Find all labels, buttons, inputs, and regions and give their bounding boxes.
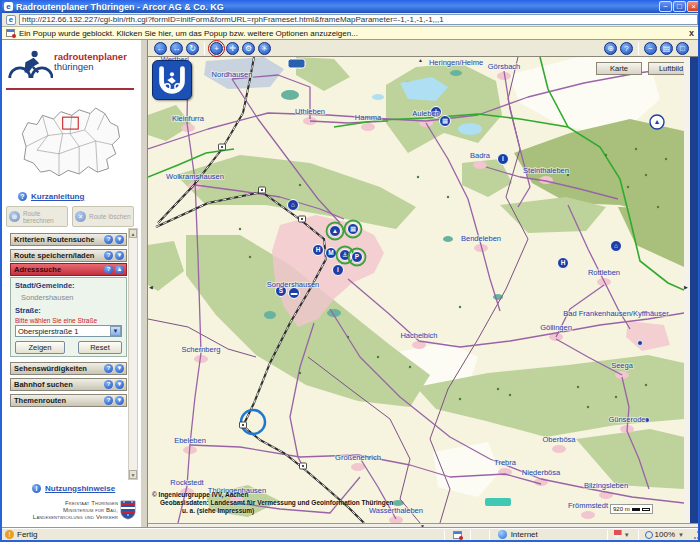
pan-left-icon[interactable]: ◀ (149, 285, 153, 290)
scroll-down-icon[interactable]: ▼ (129, 470, 137, 479)
railway-station-icon[interactable] (300, 463, 307, 469)
minimize-view-icon[interactable]: − (644, 42, 657, 55)
zoom-dropdown-icon[interactable]: ▼ (678, 532, 684, 538)
url-text: http://212.66.132.227/cgi-bin/rth.cgi?fo… (22, 15, 444, 24)
toolbar-separator (204, 42, 205, 55)
forest-dot (657, 206, 659, 208)
poi-icon-kyffhaeuser-monument[interactable]: ▲ (650, 115, 664, 129)
accordion-header-kriterien-routensuche[interactable]: Kriterien Routensuche?▼ (10, 233, 127, 246)
map-place-label: Großenehrich (335, 453, 381, 462)
accordion-header-bahnhof-suchen[interactable]: Bahnhof suchen?▼ (10, 378, 127, 391)
forest-dot (645, 174, 647, 176)
scale-segment (632, 508, 640, 511)
scroll-up-icon[interactable]: ▲ (129, 229, 137, 238)
maximize-view-icon[interactable]: □ (676, 42, 689, 55)
print-icon[interactable]: ▤ (660, 42, 673, 55)
section-help-icon[interactable]: ? (104, 380, 113, 389)
radroutenplaner-logo-icon (7, 46, 53, 84)
section-help-icon[interactable]: ? (104, 251, 113, 260)
railway-station-icon[interactable] (219, 144, 226, 150)
chevron-down-icon[interactable]: ▼ (115, 251, 124, 260)
quick-guide-link[interactable]: ? Kurzanleitung (18, 192, 84, 201)
popup-blocked-bar[interactable]: Ein Popup wurde geblockt. Klicken Sie hi… (2, 27, 700, 40)
popup-bar-close-icon[interactable]: x (685, 28, 698, 38)
poi-icon-museum[interactable]: ▦ (345, 221, 362, 238)
thueringen-coat-of-arms (120, 500, 136, 520)
section-help-icon[interactable]: ? (104, 364, 113, 373)
poi-icon-hotel[interactable]: H (313, 245, 324, 256)
ministry-text: Freistaat Thüringen Ministerium für Bau,… (4, 500, 118, 521)
frame-splitter[interactable] (140, 40, 148, 528)
minimize-button[interactable]: − (659, 1, 672, 12)
poi-icon-museum-north[interactable]: ▦ (440, 116, 451, 127)
poi-icon-hotel-goellingen[interactable]: H (558, 258, 569, 269)
railway-station-icon[interactable] (259, 187, 266, 193)
thueringen-overview-map[interactable] (15, 96, 125, 186)
forest-dot (447, 196, 449, 198)
railway-station-icon[interactable] (299, 216, 306, 222)
pan-right-icon[interactable]: ▶ (684, 285, 688, 290)
reset-button[interactable]: Reset (78, 341, 122, 354)
route-clear-button[interactable]: × Route löschen (72, 206, 134, 227)
usage-notes-link[interactable]: i Nutzungshinweise (32, 484, 115, 493)
phishing-filter-icon[interactable] (614, 530, 622, 540)
chevron-up-icon[interactable]: ▲ (115, 265, 124, 274)
route-compute-button[interactable]: ⊕ Route berechnen (6, 206, 68, 227)
map-view-button[interactable]: Karte (596, 62, 642, 75)
url-input[interactable]: http://212.66.132.227/cgi-bin/rth.cgi?fo… (19, 14, 698, 25)
globe-icon[interactable]: ⊕ (604, 42, 617, 55)
window-title: Radroutenplaner Thüringen - Arcor AG & C… (16, 2, 658, 12)
map-place-label: Görsbach (488, 62, 521, 71)
maximize-button[interactable]: □ (673, 1, 686, 12)
chevron-down-icon[interactable]: ▼ (115, 235, 124, 244)
nav-extent-icon[interactable]: ↔ (170, 42, 183, 55)
map-place-label: Kleinfurra (172, 114, 205, 123)
map-corner-logo (152, 60, 192, 100)
forest-dot (645, 384, 647, 386)
chevron-down-icon[interactable]: ▼ (115, 364, 124, 373)
poi-icon-campsite[interactable]: ▲ (327, 223, 344, 240)
forest-dot (497, 388, 499, 390)
phishing-dropdown-icon[interactable]: ▼ (624, 532, 630, 538)
map-place-label: Uthleben (295, 107, 325, 116)
aerial-view-button[interactable]: Luftbild (648, 62, 684, 75)
accordion-header-route-speichern-laden[interactable]: Route speichern/laden?▼ (10, 249, 127, 262)
poi-icon-rest-area[interactable]: ▬ (289, 288, 300, 299)
section-help-icon[interactable]: ? (104, 235, 113, 244)
village-area (581, 511, 595, 519)
status-zoom-level[interactable]: 100% (655, 530, 675, 539)
poi-icon-memorial[interactable]: M (326, 248, 337, 259)
help-icon[interactable]: ? (620, 42, 633, 55)
chevron-down-icon[interactable]: ▼ (110, 326, 121, 336)
railway-station-icon[interactable] (240, 422, 247, 428)
nav-back-icon[interactable]: ← (154, 42, 167, 55)
poi-icon-shelter[interactable]: ⌂ (288, 200, 299, 211)
accordion-header-sehensw-rdigkeiten[interactable]: Sehenswürdigkeiten?▼ (10, 362, 127, 375)
section-help-icon[interactable]: ? (104, 265, 113, 274)
poi-icon-info-badra[interactable]: i (498, 154, 509, 165)
map-canvas[interactable]: ⌂▲▦HM⚓PiS▬⚓▦i▲⌂H WertherNordhausenUthleb… (148, 57, 684, 523)
chevron-down-icon[interactable]: ▼ (115, 380, 124, 389)
chevron-down-icon[interactable]: ▼ (115, 396, 124, 405)
section-help-icon[interactable]: ? (104, 396, 113, 405)
poi-icon-poi-seega[interactable] (638, 341, 643, 346)
village-area (361, 123, 375, 131)
show-button[interactable]: Zeigen (15, 341, 65, 354)
refresh-icon[interactable]: ↻ (186, 42, 199, 55)
sidebar-scrollbar[interactable]: ▲ ▼ (128, 228, 138, 480)
tools-icon[interactable]: ⚙ (242, 42, 255, 55)
accordion-header-themenrouten[interactable]: Themenrouten?▼ (10, 394, 127, 407)
section-label: Bahnhof suchen (14, 380, 102, 389)
pan-icon[interactable]: ✛ (226, 42, 239, 55)
street-select[interactable]: Oberspierstraße 1 ▼ (15, 325, 122, 337)
compass-icon[interactable]: ✳ (258, 42, 271, 55)
status-popup-blocked-icon[interactable] (453, 531, 462, 539)
poi-icon-shelter-rottleben[interactable]: ⌂ (611, 241, 622, 252)
poi-icon-marina[interactable]: ⚓ (337, 247, 354, 264)
zoom-in-icon[interactable]: + (210, 42, 223, 55)
poi-icon-information[interactable]: i (333, 265, 344, 276)
poi-icon-parking[interactable]: P (349, 249, 366, 266)
pan-up-icon[interactable]: ▲ (418, 58, 423, 63)
route-compute-label: Route berechnen (23, 210, 65, 224)
map-image: ⌂▲▦HM⚓PiS▬⚓▦i▲⌂H WertherNordhausenUthleb… (148, 57, 684, 523)
